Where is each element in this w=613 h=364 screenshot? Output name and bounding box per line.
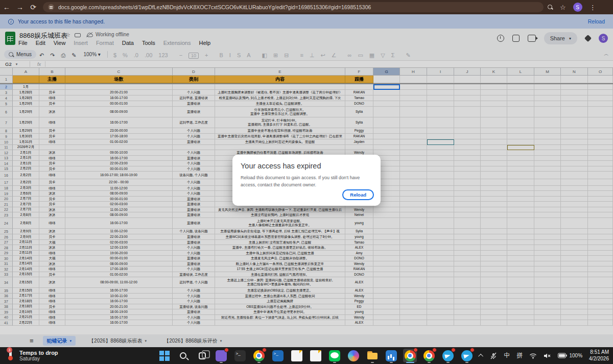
open-indicator	[257, 362, 261, 363]
open-indicator	[390, 362, 393, 363]
doc-glyph	[310, 350, 321, 361]
terminal-app-icon[interactable]	[233, 349, 247, 362]
access-expired-dialog: Your access has expired Reload this docu…	[232, 155, 381, 206]
forward-icon[interactable]: →	[13, 3, 27, 11]
notification-badge	[451, 348, 456, 352]
weather-day: Saturday	[19, 356, 58, 361]
tray-date: 4/2/2026	[589, 356, 609, 362]
terminal-glyph	[234, 350, 246, 361]
chrome-profile-1-icon[interactable]	[252, 349, 266, 362]
line-app-icon[interactable]	[327, 349, 341, 362]
notification-badge	[413, 348, 418, 352]
browser-menu-icon[interactable]: ⋮	[590, 4, 596, 11]
document-app-2-icon[interactable]	[309, 349, 322, 362]
task-view-button[interactable]	[195, 349, 209, 362]
chrome-profile-2-icon[interactable]	[422, 349, 436, 362]
reload-icon[interactable]: ⟳	[27, 3, 40, 11]
powershell-glyph	[272, 350, 284, 361]
screen: ← → ⟳ docs.google.com/spreadsheets/d/1wp…	[0, 0, 613, 364]
folder-glyph	[367, 350, 378, 361]
open-indicator	[333, 362, 336, 363]
copilot-app-icon[interactable]	[346, 349, 360, 362]
notification-badge	[432, 348, 437, 352]
battery-icon[interactable]	[558, 353, 567, 358]
weather-widget[interactable]: 3 Temps to drop Saturday	[5, 349, 58, 362]
back-icon[interactable]: ←	[0, 3, 13, 11]
system-tray: 中 拼 100% 8:51 AM 4/2/2026	[480, 347, 609, 364]
taskbar: 3 Temps to drop Saturday 中 拼	[0, 347, 613, 364]
file-explorer-icon[interactable]	[365, 349, 379, 362]
search-icon[interactable]	[548, 5, 553, 10]
bookmark-star-icon[interactable]: ☆	[560, 4, 566, 11]
weather-headline: Temps to drop	[19, 350, 58, 356]
browser-avatar[interactable]: S	[573, 3, 582, 12]
thermometer-icon: 3	[5, 349, 15, 362]
search-glyph	[180, 352, 186, 359]
open-indicator	[446, 362, 450, 363]
telegram-app-1-icon[interactable]	[441, 349, 455, 362]
start-glyph	[159, 350, 170, 361]
browser-toolbar: ← → ⟳ docs.google.com/spreadsheets/d/1wp…	[0, 0, 613, 14]
task-manager-icon[interactable]	[384, 349, 398, 362]
tray-time: 8:51 AM	[589, 349, 609, 356]
address-bar[interactable]: docs.google.com/spreadsheets/d/1wpDfLezN…	[43, 2, 544, 12]
notification-badge	[224, 348, 229, 352]
ime-language-indicator[interactable]: 中	[504, 351, 510, 360]
notification-badge	[262, 348, 267, 352]
notification-badge	[470, 348, 475, 352]
copilot-glyph	[348, 350, 359, 361]
notifications-app-icon[interactable]	[214, 349, 228, 362]
dialog-title: Your access has expired	[241, 162, 372, 170]
line-glyph	[329, 350, 340, 361]
taskbar-icons	[157, 349, 474, 362]
open-indicator	[428, 362, 431, 363]
url-text[interactable]: docs.google.com/spreadsheets/d/1wpDfLezN…	[58, 4, 371, 10]
powershell-app-icon[interactable]	[271, 349, 285, 362]
doc-glyph	[291, 350, 302, 361]
wifi-icon[interactable]	[529, 353, 537, 359]
dialog-reload-button[interactable]: Reload	[342, 189, 374, 200]
volume-muted-icon[interactable]	[544, 353, 551, 359]
open-indicator	[465, 362, 468, 363]
chart-glyph	[386, 350, 397, 361]
chrome-active-icon[interactable]	[403, 349, 417, 362]
search-button[interactable]	[176, 349, 190, 362]
active-indicator	[406, 362, 414, 363]
dialog-body: Reload this document to gain access. If …	[241, 175, 374, 188]
microphone-muted-icon[interactable]	[490, 352, 497, 359]
telegram-app-2-icon[interactable]	[460, 349, 474, 362]
open-indicator	[371, 362, 374, 363]
battery-percent: 100%	[569, 353, 582, 358]
weather-badge: 3	[7, 347, 12, 353]
document-app-1-icon[interactable]	[290, 349, 303, 362]
ime-mode-indicator[interactable]: 拼	[516, 351, 523, 360]
start-button[interactable]	[157, 349, 171, 362]
clock[interactable]: 8:51 AM 4/2/2026	[589, 349, 609, 362]
open-indicator	[220, 362, 223, 363]
site-info-icon[interactable]	[48, 4, 54, 10]
taskview-glyph	[199, 352, 206, 359]
hidden-icons-chevron[interactable]	[479, 354, 484, 359]
